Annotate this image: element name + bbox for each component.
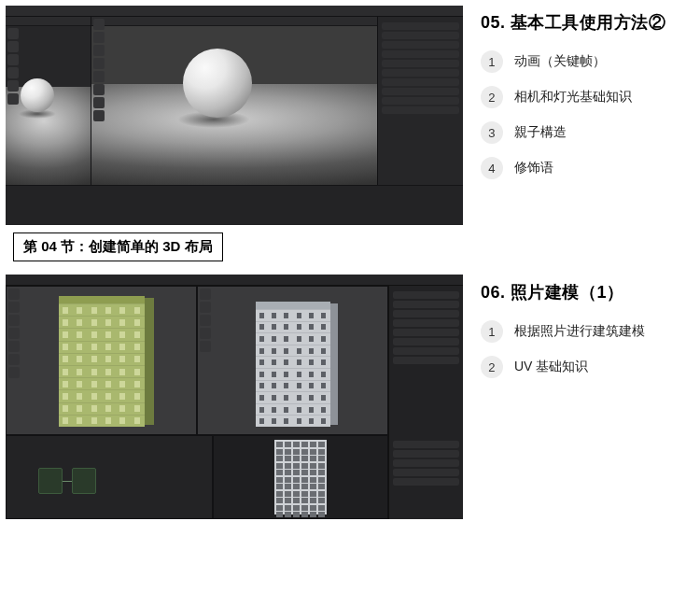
figure-05 xyxy=(6,6,464,225)
section-04-card: 第 04 节：创建简单的 3D 布局 xyxy=(13,233,223,261)
toolbar-main xyxy=(93,19,105,183)
viewport-model xyxy=(6,286,197,435)
texture-preview xyxy=(213,435,388,519)
blender-sphere-screenshot xyxy=(6,6,463,225)
sphere-icon xyxy=(183,49,252,118)
sphere-icon xyxy=(21,78,54,112)
blender-main-viewport xyxy=(91,17,377,185)
item-number-badge: 2 xyxy=(481,86,503,108)
blender-left-viewport xyxy=(6,17,91,185)
section-06-sidebar: 06. 照片建模（1） 1 根据照片进行建筑建模 2 UV 基础知识 xyxy=(464,225,700,378)
shader-node-editor xyxy=(6,435,213,519)
toolbar-left xyxy=(8,289,20,432)
shader-node-icon xyxy=(38,468,63,494)
blender-timeline xyxy=(6,185,463,225)
blender-building-screenshot xyxy=(6,275,463,519)
section-06-item-1[interactable]: 1 根据照片进行建筑建模 xyxy=(481,320,700,343)
section-05-item-3[interactable]: 3 親子構造 xyxy=(481,121,700,144)
blender-menubar xyxy=(6,275,463,286)
section-06-title: 06. 照片建模（1） xyxy=(481,281,700,303)
blender-properties-panel xyxy=(388,435,463,519)
facade-texture-icon xyxy=(274,440,327,514)
blender-properties-panel xyxy=(388,286,463,435)
item-label: 親子構造 xyxy=(514,124,567,141)
toolbar-left xyxy=(7,28,19,183)
item-number-badge: 2 xyxy=(481,356,503,378)
shader-node-icon xyxy=(72,468,96,494)
toolbar-right xyxy=(200,289,211,432)
item-number-badge: 3 xyxy=(481,121,503,144)
item-label: UV 基础知识 xyxy=(514,359,588,375)
row-section-06: 第 04 节：创建简单的 3D 布局 xyxy=(0,225,700,519)
item-label: 根据照片进行建筑建模 xyxy=(514,323,645,340)
figure-06: 第 04 节：创建简单的 3D 布局 xyxy=(6,225,464,519)
building-icon xyxy=(256,302,330,427)
blender-properties-panel xyxy=(377,17,463,185)
section-05-item-1[interactable]: 1 动画（关键帧） xyxy=(481,50,700,73)
viewport-textured xyxy=(197,286,388,435)
section-05-item-4[interactable]: 4 修饰语 xyxy=(481,157,700,179)
item-label: 动画（关键帧） xyxy=(514,53,606,70)
section-05-title: 05. 基本工具使用方法② xyxy=(481,11,700,34)
building-icon xyxy=(59,296,145,427)
row-section-05: 05. 基本工具使用方法② 1 动画（关键帧） 2 相机和灯光基础知识 3 親子… xyxy=(0,0,700,225)
item-number-badge: 1 xyxy=(481,50,503,73)
item-number-badge: 1 xyxy=(481,320,503,343)
item-label: 修饰语 xyxy=(514,160,553,176)
blender-menubar xyxy=(6,6,463,17)
item-number-badge: 4 xyxy=(481,157,503,179)
section-06-item-2[interactable]: 2 UV 基础知识 xyxy=(481,356,700,378)
item-label: 相机和灯光基础知识 xyxy=(514,89,632,106)
section-05-item-2[interactable]: 2 相机和灯光基础知识 xyxy=(481,86,700,108)
section-05-sidebar: 05. 基本工具使用方法② 1 动画（关键帧） 2 相机和灯光基础知识 3 親子… xyxy=(464,6,700,179)
